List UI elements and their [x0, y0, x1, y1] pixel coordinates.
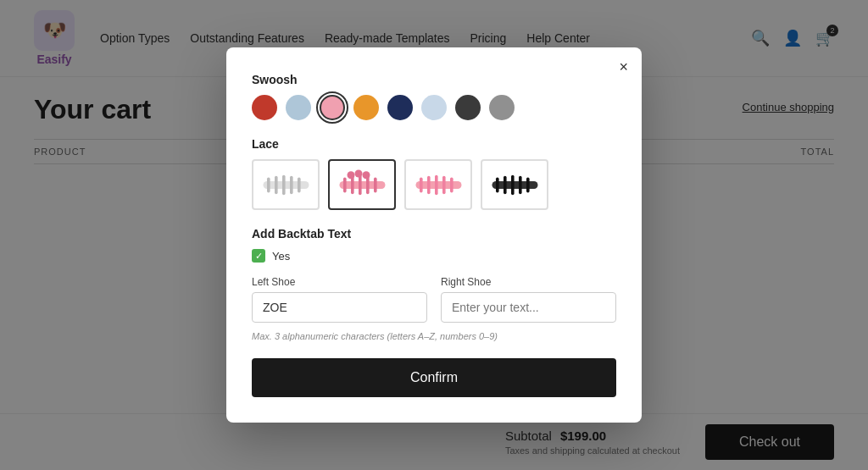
svg-rect-19 — [442, 175, 446, 194]
svg-point-12 — [347, 171, 354, 179]
svg-rect-7 — [343, 177, 347, 192]
lace-label: Lace — [252, 137, 616, 151]
svg-rect-15 — [415, 181, 461, 189]
svg-rect-5 — [298, 177, 301, 192]
swatch-light-blue[interactable] — [286, 95, 311, 120]
svg-rect-4 — [290, 175, 293, 194]
svg-rect-20 — [450, 177, 453, 192]
backtab-checkbox[interactable]: ✓ — [252, 249, 265, 263]
swatch-navy[interactable] — [387, 95, 413, 120]
svg-point-14 — [362, 171, 370, 179]
swatch-dark[interactable] — [455, 95, 481, 120]
lace-option-black[interactable] — [481, 159, 548, 210]
hint-text: Max. 3 alphanumeric characters (letters … — [252, 331, 616, 341]
svg-rect-26 — [526, 177, 530, 192]
lace-black-svg — [487, 166, 542, 204]
lace-white-svg — [259, 166, 314, 204]
swatch-gray[interactable] — [489, 95, 515, 120]
backtab-section-label: Add Backtab Text — [252, 227, 616, 241]
right-shoe-label: Right Shoe — [441, 276, 616, 288]
lace-option-pink2[interactable] — [404, 159, 472, 210]
backtab-row: ✓ Yes — [252, 249, 616, 263]
swatch-pink[interactable] — [320, 95, 345, 120]
modal-close-button[interactable]: × — [619, 59, 628, 75]
shoe-inputs-row: Left Shoe Right Shoe — [252, 276, 616, 323]
swatch-orange[interactable] — [353, 95, 379, 120]
lace-option-white[interactable] — [252, 159, 320, 210]
svg-rect-24 — [511, 174, 515, 194]
options-modal: × Swoosh Lace — [226, 47, 642, 423]
svg-rect-16 — [420, 177, 423, 192]
svg-rect-2 — [275, 175, 278, 194]
swoosh-label: Swoosh — [252, 73, 616, 86]
svg-rect-11 — [374, 177, 377, 192]
left-shoe-group: Left Shoe — [252, 276, 427, 323]
left-shoe-input[interactable] — [252, 292, 427, 323]
svg-rect-1 — [267, 177, 270, 192]
svg-rect-25 — [519, 175, 522, 194]
svg-rect-9 — [359, 174, 362, 194]
right-shoe-input[interactable] — [441, 292, 616, 323]
swatch-pale-blue[interactable] — [421, 95, 447, 120]
backtab-option-label: Yes — [272, 250, 290, 263]
swatch-red[interactable] — [252, 95, 277, 120]
lace-pink-svg — [335, 166, 390, 204]
left-shoe-label: Left Shoe — [252, 276, 427, 288]
lace-pink2-svg — [411, 166, 466, 204]
svg-rect-17 — [427, 175, 431, 194]
svg-rect-18 — [435, 174, 438, 194]
svg-rect-22 — [496, 177, 499, 192]
svg-rect-23 — [504, 175, 507, 194]
svg-rect-3 — [282, 174, 286, 194]
svg-rect-0 — [263, 181, 309, 189]
lace-options — [252, 159, 616, 210]
lace-option-pink[interactable] — [328, 159, 396, 210]
svg-rect-6 — [339, 181, 385, 189]
svg-point-13 — [354, 169, 362, 177]
right-shoe-group: Right Shoe — [441, 276, 616, 323]
modal-overlay: × Swoosh Lace — [0, 0, 868, 470]
confirm-button[interactable]: Confirm — [252, 358, 616, 397]
swoosh-color-swatches — [252, 95, 616, 120]
